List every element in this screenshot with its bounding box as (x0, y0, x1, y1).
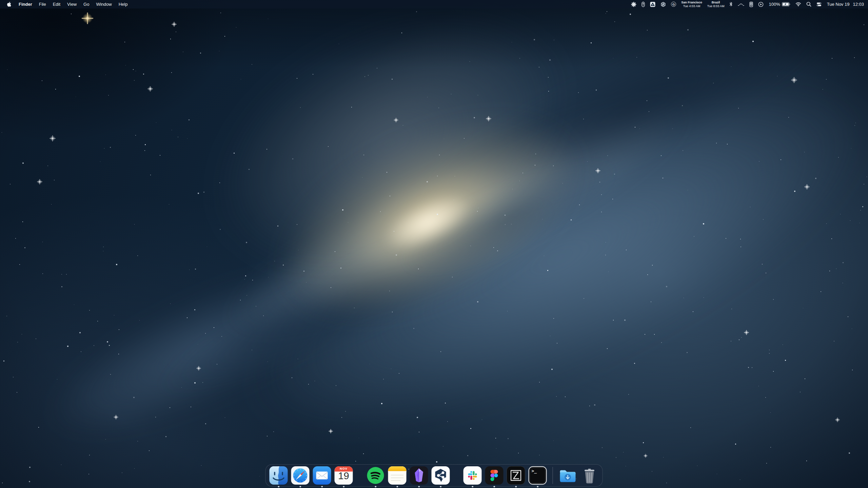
apple-menu[interactable] (3, 0, 15, 8)
star (803, 308, 803, 308)
menu-go[interactable]: Go (80, 0, 93, 8)
star (24, 247, 25, 248)
menu-file[interactable]: File (36, 0, 50, 8)
star (143, 74, 144, 75)
dotted-arc-icon[interactable] (738, 2, 744, 6)
star (306, 282, 307, 282)
triangle-badge-icon[interactable] (650, 2, 655, 7)
battery-status[interactable]: 100% (769, 2, 790, 7)
star (137, 255, 138, 256)
dock-app-spotify[interactable] (366, 466, 385, 485)
star (416, 11, 417, 12)
star (389, 291, 390, 291)
menu-window[interactable]: Window (93, 0, 115, 8)
flower-burst-icon[interactable] (631, 2, 636, 7)
star (134, 468, 135, 469)
dock-app-calendar[interactable]: NOV 19 (334, 466, 353, 485)
star (380, 211, 381, 212)
finder-icon (269, 466, 288, 485)
star (105, 75, 106, 75)
bright-star (595, 168, 600, 173)
dock-trash[interactable] (580, 466, 599, 485)
star (748, 367, 749, 368)
hexagon-swap-icon[interactable] (660, 2, 666, 7)
star (849, 452, 850, 454)
star (29, 467, 31, 468)
dock-spacer (356, 466, 363, 485)
star (731, 341, 731, 341)
star (392, 79, 393, 80)
star (781, 159, 781, 160)
dock-app-z-editor[interactable] (507, 466, 526, 485)
star (739, 339, 739, 340)
star (246, 242, 247, 243)
star (7, 70, 7, 70)
menu-bar: Finder File Edit View Go Window Help G (0, 0, 868, 8)
star (518, 453, 519, 453)
star (539, 382, 540, 383)
star (170, 39, 171, 39)
control-center-icon[interactable] (816, 2, 822, 6)
star (649, 111, 649, 112)
star (512, 42, 512, 42)
star (315, 381, 315, 381)
g-logo-icon[interactable]: G (671, 2, 676, 7)
star (236, 27, 236, 27)
star (769, 353, 770, 354)
star (553, 165, 554, 166)
dock-app-figma[interactable] (485, 466, 504, 485)
now-playing-icon[interactable] (758, 2, 764, 7)
star (413, 328, 414, 329)
star (614, 21, 615, 22)
world-clock-brazil[interactable]: Brazil Tue 8:03 AM (707, 1, 725, 8)
star (300, 107, 301, 108)
wifi-icon[interactable] (795, 2, 801, 6)
dock-app-hexagon-share[interactable] (431, 466, 450, 485)
app-menu-title[interactable]: Finder (15, 0, 36, 8)
desktop: Finder File Edit View Go Window Help G (0, 0, 868, 488)
world-clock-san-francisco[interactable]: San Francisco Tue 4:03 AM (681, 1, 702, 8)
dock-app-obsidian[interactable] (410, 466, 429, 485)
galaxy-band-layer (205, 15, 868, 488)
star (587, 161, 588, 162)
star (726, 238, 726, 239)
star (661, 155, 662, 156)
star (704, 297, 704, 298)
spotlight-search-icon[interactable] (806, 2, 811, 7)
menu-edit[interactable]: Edit (50, 0, 64, 8)
menu-help[interactable]: Help (115, 0, 131, 8)
star (364, 76, 365, 77)
pill-capsule-icon[interactable] (642, 2, 645, 7)
dock-downloads-folder[interactable] (558, 466, 577, 485)
dock-app-terminal[interactable]: >_ (528, 466, 547, 485)
star (396, 254, 397, 256)
star (71, 14, 72, 14)
star (563, 183, 563, 183)
dock-app-mail[interactable] (313, 466, 332, 485)
star (178, 137, 178, 137)
star (860, 210, 861, 211)
iphone-mirroring-icon[interactable] (749, 2, 753, 7)
star (606, 13, 606, 14)
star (42, 273, 43, 274)
bright-star (644, 454, 648, 458)
menu-view[interactable]: View (64, 0, 80, 8)
dock-app-notes[interactable] (388, 466, 407, 485)
bluetooth-icon[interactable] (729, 2, 733, 7)
menu-bar-time: 12:03 (853, 2, 864, 7)
star (547, 270, 548, 271)
star (773, 299, 774, 300)
star (438, 108, 439, 108)
menu-bar-clock[interactable]: Tue Nov 19 12:03 (827, 2, 864, 7)
star (139, 320, 140, 320)
dock-app-safari[interactable] (291, 466, 310, 485)
star (155, 417, 156, 417)
star (639, 129, 640, 129)
bright-star (486, 116, 491, 121)
star (252, 350, 252, 350)
dock-app-slack[interactable] (463, 466, 482, 485)
dock-app-finder[interactable] (269, 466, 288, 485)
running-indicator (418, 486, 420, 488)
star (392, 312, 393, 312)
star (607, 348, 608, 349)
